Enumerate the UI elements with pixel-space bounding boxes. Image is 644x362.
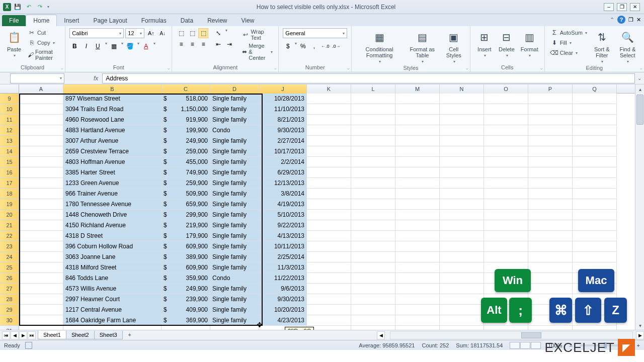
cell[interactable] [440,284,484,294]
cell[interactable]: 2/2/2014 [259,157,307,167]
cell[interactable]: 3/8/2014 [259,189,307,199]
cell[interactable] [395,284,440,294]
cell[interactable]: $239,900 [162,294,210,305]
align-center-icon[interactable]: ≡ [187,39,197,49]
cell[interactable]: 11/3/2013 [259,262,307,273]
cell[interactable] [351,231,395,241]
expand-formula-icon[interactable]: ⌄ [635,75,644,81]
cell[interactable] [484,167,528,178]
cell[interactable] [307,178,351,189]
cell[interactable]: 4/23/2013 [259,315,307,326]
border-button[interactable]: ▦ [109,41,119,51]
cell[interactable] [395,178,440,189]
fill-color-button[interactable]: 🪣 [125,41,135,51]
grid[interactable]: ABCDJKLMNOPQ 910111213141516171819202122… [0,84,644,330]
cell[interactable] [19,231,63,241]
cell[interactable]: 10/28/2013 [259,94,307,104]
cell[interactable] [440,178,484,189]
cell[interactable]: 6/29/2013 [259,167,307,178]
cell[interactable] [440,125,484,136]
cell[interactable] [351,315,395,326]
maximize-button[interactable]: ❐ [617,3,627,11]
row-header[interactable]: 28 [0,294,19,305]
cell[interactable] [351,94,395,104]
row-header[interactable]: 24 [0,252,19,262]
cell[interactable] [307,199,351,210]
cell[interactable] [440,220,484,231]
cell[interactable] [528,273,573,284]
cell[interactable]: 9/22/2013 [259,220,307,231]
view-page-layout-icon[interactable] [520,342,530,349]
cell[interactable]: $455,000 [162,157,210,167]
cell[interactable] [307,189,351,199]
column-header-C[interactable]: C [162,84,210,94]
cell[interactable] [19,252,63,262]
cell[interactable] [19,189,63,199]
cell[interactable] [440,189,484,199]
decrease-indent-icon[interactable]: ⇤ [213,39,223,49]
tab-home[interactable]: Home [26,15,57,26]
cell[interactable] [351,146,395,157]
cell[interactable]: 1780 Tennessee Avenue [63,199,162,210]
help-icon[interactable]: ? [617,16,625,24]
cell[interactable]: $919,900 [162,115,210,125]
cell[interactable] [528,115,573,125]
cell[interactable]: $389,900 [162,252,210,262]
cell[interactable] [395,252,440,262]
cell[interactable] [440,305,484,315]
row-header[interactable]: 13 [0,136,19,146]
cell[interactable]: 8/21/2013 [259,115,307,125]
cell[interactable] [573,125,617,136]
view-normal-icon[interactable] [510,342,520,349]
cell[interactable] [19,305,63,315]
cell[interactable] [19,94,63,104]
cell[interactable] [573,210,617,220]
qat-customize-icon[interactable]: ▾ [47,5,49,9]
cell[interactable]: 1217 Central Avenue [63,305,162,315]
cell[interactable] [19,262,63,273]
cell[interactable] [395,294,440,305]
row-header[interactable]: 20 [0,210,19,220]
cell[interactable] [484,104,528,115]
font-name-select[interactable]: Calibri▾ [69,28,124,38]
workbook-close-icon[interactable]: ✕ [636,17,641,23]
column-header-P[interactable]: P [528,84,573,94]
italic-button[interactable]: I [81,41,91,51]
cell[interactable] [484,189,528,199]
name-box[interactable]: ▾ [10,73,64,83]
fill-button[interactable]: ⬇Fill▾ [549,38,589,47]
cell[interactable] [484,157,528,167]
cell[interactable] [395,199,440,210]
cell[interactable]: 1684 Oakridge Farm Lane [63,315,162,326]
copy-button[interactable]: ⎘Copy▾ [26,38,61,47]
cell[interactable] [351,115,395,125]
cell[interactable] [528,231,573,241]
cell[interactable] [440,136,484,146]
cell[interactable]: 4150 Richland Avenue [63,220,162,231]
cell[interactable]: 897 Wiseman Street [63,94,162,104]
cell[interactable] [395,315,440,326]
column-header-K[interactable]: K [307,84,351,94]
cell[interactable] [19,146,63,157]
cell[interactable]: Single family [210,94,259,104]
cell[interactable]: 3007 Arthur Avenue [63,136,162,146]
cell[interactable] [351,273,395,284]
cell[interactable]: $249,900 [162,284,210,294]
cell[interactable] [484,136,528,146]
cell[interactable] [395,94,440,104]
cell[interactable] [440,157,484,167]
autosum-button[interactable]: ΣAutoSum▾ [549,28,589,37]
cell[interactable] [395,262,440,273]
cell[interactable]: 4318 D Street [63,231,162,241]
horizontal-scroll-thumb[interactable] [521,332,541,338]
cell[interactable]: 12/13/2013 [259,178,307,189]
decrease-decimal-icon[interactable]: .0→ [331,41,341,51]
horizontal-scrollbar[interactable] [390,331,633,339]
cell[interactable] [395,136,440,146]
wrap-text-button[interactable]: ↩Wrap Text [240,28,274,41]
zoom-in-icon[interactable]: + [637,342,640,348]
cell[interactable] [351,157,395,167]
cell[interactable] [528,125,573,136]
cell[interactable] [351,262,395,273]
align-left-icon[interactable]: ≡ [176,39,186,49]
